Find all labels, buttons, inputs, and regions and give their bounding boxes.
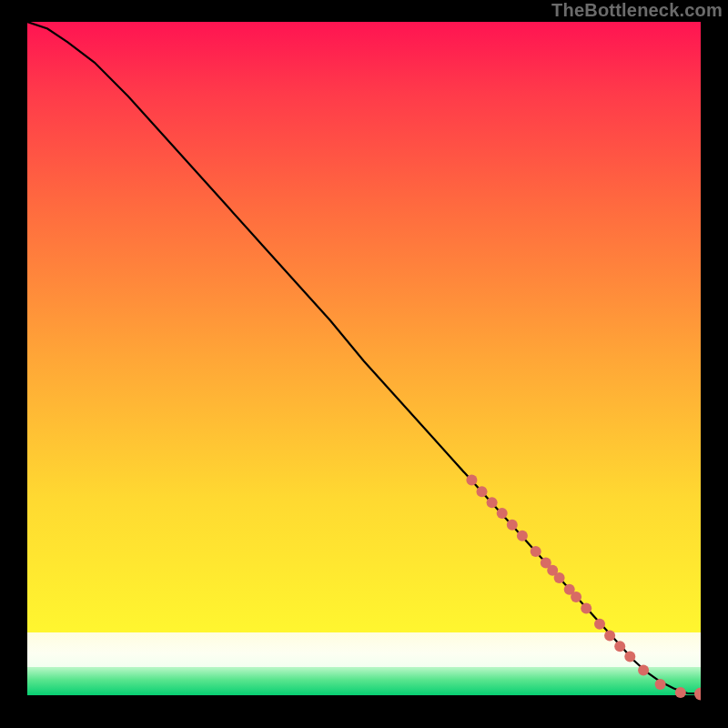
plot-area (27, 22, 701, 701)
data-point (581, 603, 592, 614)
data-point (571, 592, 581, 602)
data-point (477, 486, 488, 497)
data-point-markers (466, 475, 701, 701)
data-point (507, 520, 518, 531)
data-point (624, 652, 635, 662)
data-point (487, 497, 498, 508)
watermark-text: TheBottleneck.com (551, 0, 723, 21)
data-point (497, 508, 508, 519)
bottleneck-curve (27, 22, 701, 694)
data-point (638, 664, 649, 675)
data-point (614, 641, 625, 652)
data-point (675, 687, 686, 698)
data-point (604, 630, 615, 641)
data-point (694, 688, 701, 701)
data-point (531, 546, 541, 557)
chart-container: TheBottleneck.com (0, 0, 728, 728)
data-point (466, 475, 477, 486)
data-point (655, 679, 666, 690)
data-point (517, 531, 528, 541)
chart-svg (27, 22, 701, 701)
data-point (594, 619, 605, 630)
data-point (554, 572, 565, 583)
